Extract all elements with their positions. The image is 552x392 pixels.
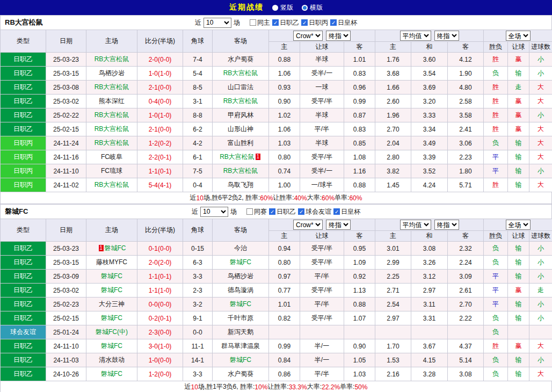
handicap-result: 赢 — [508, 122, 529, 136]
avg-time-select[interactable]: 终指 — [434, 31, 459, 41]
horizontal-layout-radio[interactable]: 横版 — [302, 3, 323, 12]
corners: 0-0 — [183, 325, 213, 339]
away-team: 新泻天鹅 — [213, 325, 269, 339]
team-link: 磐城FC — [230, 258, 251, 266]
avg-home: 1.96 — [375, 108, 411, 122]
team-link: 今治 — [234, 244, 247, 252]
score: 1-2(0-0) — [137, 367, 183, 381]
odds-home-header: 主 — [269, 231, 300, 242]
team-link: RB大宫松鼠 — [95, 83, 129, 91]
match-row: 日职乙24-10-26磐城FC1-2(0-0)3-3水户蜀葵0.86平/半1.0… — [1, 367, 552, 381]
league-badge: 日职乙 — [1, 367, 46, 381]
avg-draw: 3.54 — [411, 67, 448, 81]
away-team: RB大宫松鼠 — [213, 67, 269, 81]
avg-away: 2.24 — [448, 256, 484, 270]
summary-segment: 单率: — [340, 382, 354, 391]
corners: 6-3 — [183, 256, 213, 270]
score: 0-2(0-1) — [137, 311, 183, 325]
score: 1-1(1-0) — [137, 284, 183, 297]
avg-time-select[interactable]: 终指 — [434, 220, 459, 230]
team-link: 磐城FC — [230, 300, 251, 308]
team-link: RB大宫松鼠 — [95, 181, 129, 188]
goals-result: 大 — [529, 150, 552, 164]
result: 负 — [484, 367, 508, 381]
checkbox-icon — [333, 208, 340, 215]
summary-segment: 场,胜6平2负2, 胜率: — [204, 193, 260, 202]
league-badge: 日职乙 — [1, 122, 46, 136]
score: 2-3(0-0) — [137, 325, 183, 339]
handicap-result: 赢 — [508, 108, 529, 122]
recent-count-select[interactable]: 10 — [204, 18, 231, 28]
handicap-result: 赢 — [508, 339, 529, 353]
scope-select[interactable]: 全场 — [506, 31, 531, 41]
odds-source-select[interactable]: Crow* — [293, 220, 323, 230]
checkbox-icon — [269, 208, 275, 215]
match-date: 25-03-23 — [46, 242, 86, 256]
match-row: 日职乙25-03-02磐城FC1-1(1-0)2-3德岛漩涡0.77受平/半1.… — [1, 284, 552, 297]
dropdown-header-cell: 平均值终指 — [375, 219, 484, 231]
match-date: 25-03-15 — [46, 256, 86, 270]
odds-handicap-header: 让球 — [300, 231, 344, 242]
filter-checkbox-同主[interactable]: 同主 — [250, 18, 270, 27]
avg-source-select[interactable]: 平均值 — [400, 31, 431, 41]
games-label: 场 — [234, 18, 240, 27]
avg-draw-header: 和 — [411, 42, 448, 53]
filter-checkbox-日职乙[interactable]: 日职乙 — [272, 18, 299, 27]
recent-count-select[interactable]: 10 — [200, 207, 228, 217]
avg-home: 1.53 — [375, 353, 411, 367]
corners: 7-5 — [183, 164, 213, 178]
team-link: 山口雷法 — [228, 83, 253, 91]
avg-draw: 3.49 — [411, 136, 448, 150]
odds-time-select[interactable]: 终指 — [326, 220, 351, 230]
result: 胜 — [484, 81, 508, 95]
corners: 3-3 — [183, 270, 213, 284]
avg-draw: 3.67 — [411, 339, 448, 353]
odds-away: 0.87 — [344, 108, 375, 122]
handicap-result: 输 — [508, 136, 529, 150]
corners: 9-1 — [183, 311, 213, 325]
scope-select[interactable]: 全场 — [506, 220, 531, 230]
team-name: 磐城FC — [5, 207, 28, 216]
result: 平 — [484, 297, 508, 311]
corners: 3-2 — [183, 297, 213, 311]
avg-away: 4.12 — [448, 53, 484, 67]
avg-home: 2.99 — [375, 256, 411, 270]
score: 1-0(0-0) — [137, 353, 183, 367]
odds-home — [269, 325, 300, 339]
odds-source-select[interactable]: Crow* — [293, 31, 323, 41]
odds-time-select[interactable]: 终指 — [326, 31, 351, 41]
checkbox-icon — [298, 208, 304, 215]
away-team: 富山胜利 — [213, 136, 269, 150]
match-date: 25-03-15 — [46, 67, 86, 81]
col-score-header: 比分(半场) — [137, 219, 183, 242]
avg-home: 1.70 — [375, 339, 411, 353]
filter-checkbox-日皇杯[interactable]: 日皇杯 — [333, 207, 360, 216]
avg-home — [375, 325, 411, 339]
avg-away: 3.08 — [448, 367, 484, 381]
odds-home: 0.82 — [269, 311, 300, 325]
avg-home: 1.66 — [375, 81, 411, 95]
filter-checkbox-同赛[interactable]: 同赛 — [246, 207, 267, 216]
team-link: 磐城FC — [230, 356, 251, 364]
avg-away: 2.70 — [448, 297, 484, 311]
dropdown-header-cell: Crow*终指 — [269, 30, 375, 42]
away-team: 群马草津温泉 — [213, 339, 269, 353]
league-badge: 日职乙 — [1, 81, 46, 95]
avg-source-select[interactable]: 平均值 — [400, 220, 431, 230]
handicap-result: 输 — [508, 256, 529, 270]
match-row: 日职乙25-03-09磐城FC1-1(0-1)3-3鸟栖沙岩0.97平/半0.9… — [1, 270, 552, 284]
checkbox-icon — [250, 19, 256, 26]
filter-checkbox-日皇杯[interactable]: 日皇杯 — [330, 18, 357, 27]
filter-checkbox-球会友谊[interactable]: 球会友谊 — [298, 207, 331, 216]
match-date: 24-11-24 — [46, 136, 86, 150]
team-link: 清水鼓动 — [99, 356, 125, 364]
team-link: 群马草津温泉 — [221, 342, 260, 350]
vertical-layout-radio[interactable]: 竖版 — [272, 3, 293, 12]
handicap: 半球 — [300, 108, 344, 122]
avg-draw: 3.28 — [411, 367, 448, 381]
summary-segment: 让胜率: — [273, 193, 294, 202]
goals-result: 大 — [529, 339, 552, 353]
filter-checkbox-日职丙[interactable]: 日职丙 — [301, 18, 328, 27]
filter-checkbox-日职乙[interactable]: 日职乙 — [269, 207, 296, 216]
odds-away: 0.85 — [344, 136, 375, 150]
